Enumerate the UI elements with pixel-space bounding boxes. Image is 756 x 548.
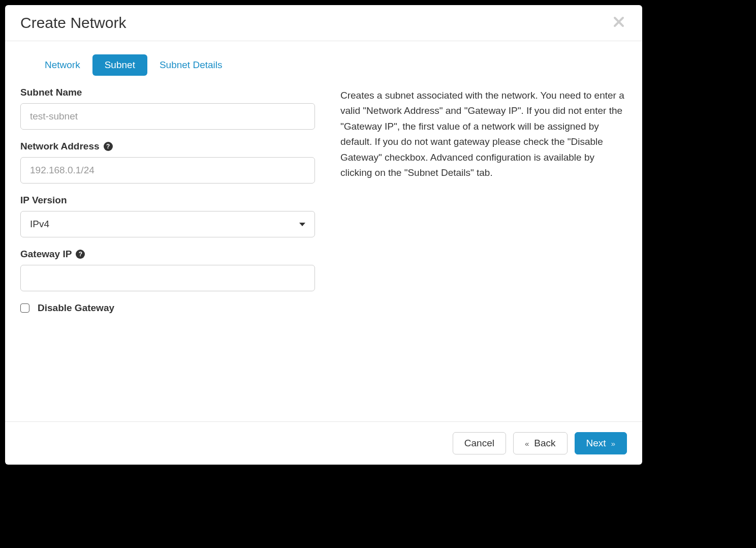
help-icon[interactable]: ?: [76, 250, 85, 259]
back-button[interactable]: « Back: [513, 432, 568, 454]
close-icon[interactable]: [611, 16, 627, 31]
help-panel: Creates a subnet associated with the net…: [340, 87, 627, 325]
gateway-ip-input[interactable]: [20, 265, 315, 291]
wizard-tabs: Network Subnet Subnet Details: [20, 54, 627, 76]
next-button[interactable]: Next »: [575, 432, 627, 454]
chevron-right-icon: »: [611, 439, 615, 448]
subnet-name-label: Subnet Name: [20, 87, 315, 98]
tab-subnet-details[interactable]: Subnet Details: [147, 54, 235, 76]
disable-gateway-checkbox[interactable]: [20, 303, 29, 313]
modal-body: Network Subnet Subnet Details Subnet Nam…: [5, 41, 642, 421]
modal-header: Create Network: [5, 5, 642, 41]
help-text: Creates a subnet associated with the net…: [340, 90, 624, 178]
cancel-button[interactable]: Cancel: [453, 432, 506, 454]
subnet-form: Subnet Name Network Address ? IP V: [20, 87, 315, 325]
subnet-name-input[interactable]: [20, 103, 315, 130]
modal-footer: Cancel « Back Next »: [5, 421, 642, 465]
network-address-label: Network Address ?: [20, 141, 315, 152]
button-label: Cancel: [464, 438, 494, 449]
label-text: Gateway IP: [20, 249, 72, 260]
label-text: Subnet Name: [20, 87, 82, 98]
gateway-ip-label: Gateway IP ?: [20, 249, 315, 260]
select-value: IPv4: [30, 219, 49, 230]
disable-gateway-label: Disable Gateway: [38, 302, 114, 314]
label-text: IP Version: [20, 195, 67, 206]
modal-title: Create Network: [20, 14, 126, 32]
ip-version-label: IP Version: [20, 195, 315, 206]
chevron-left-icon: «: [525, 439, 529, 448]
help-icon[interactable]: ?: [104, 142, 113, 151]
button-label: Next: [586, 438, 606, 449]
button-label: Back: [534, 438, 555, 449]
tab-network[interactable]: Network: [33, 54, 92, 76]
ip-version-select[interactable]: IPv4: [20, 211, 315, 237]
create-network-modal: Create Network Network Subnet Subnet Det…: [5, 5, 642, 465]
label-text: Network Address: [20, 141, 100, 152]
chevron-down-icon: [299, 223, 305, 226]
network-address-input[interactable]: [20, 157, 315, 184]
tab-subnet[interactable]: Subnet: [92, 54, 147, 76]
